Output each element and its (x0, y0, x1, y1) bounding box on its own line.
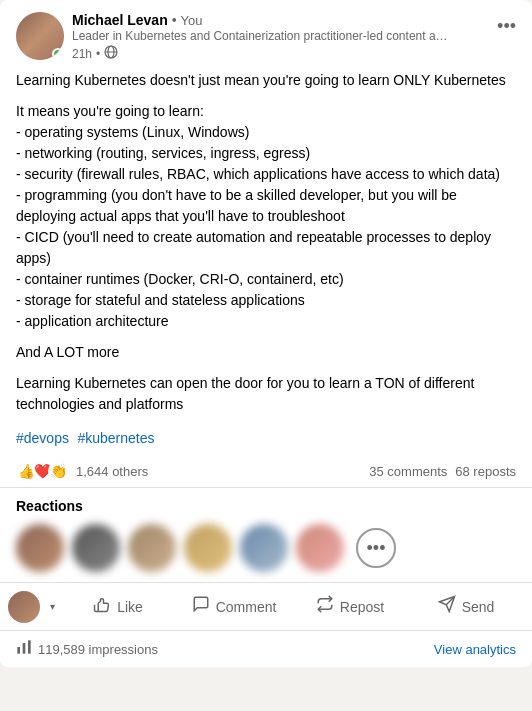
globe-icon (104, 45, 118, 62)
content-block: It means you're going to learn: - operat… (16, 101, 516, 332)
content-line11: And A LOT more (16, 342, 516, 363)
author-avatar[interactable] (16, 12, 64, 60)
post-content: Learning Kubernetes doesn't just mean yo… (0, 70, 532, 423)
content-line3: - operating systems (Linux, Windows) (16, 124, 249, 140)
hashtag-kubernetes[interactable]: #kubernetes (77, 430, 154, 446)
content-line4: - networking (routing, services, ingress… (16, 145, 310, 161)
like-button[interactable]: Like (60, 587, 176, 626)
meta-separator: • (96, 47, 100, 61)
avatar-chevron-icon[interactable]: ▾ (44, 599, 60, 615)
content-line7: - CICD (you'll need to create automation… (16, 229, 491, 266)
content-line5: - security (firewall rules, RBAC, which … (16, 166, 500, 182)
reaction-avatar-2[interactable] (72, 524, 120, 572)
svg-rect-7 (28, 640, 31, 653)
reaction-avatar-6[interactable] (296, 524, 344, 572)
you-badge: You (181, 13, 203, 28)
svg-rect-6 (23, 643, 26, 654)
impressions-bar: 119,589 impressions View analytics (0, 631, 532, 667)
content-line10: - application architecture (16, 313, 169, 329)
reactions-title: Reactions (16, 498, 516, 514)
repost-count[interactable]: 68 reposts (455, 464, 516, 479)
clap-emoji: 👏 (48, 461, 68, 481)
content-line2: It means you're going to learn: (16, 103, 204, 119)
content-line9: - storage for stateful and stateless app… (16, 292, 305, 308)
reaction-count[interactable]: 1,644 others (76, 464, 148, 479)
repost-label: Repost (340, 599, 384, 615)
author-name[interactable]: Michael Levan (72, 12, 168, 28)
hashtags: #devops #kubernetes (0, 423, 532, 455)
dot-separator: • (172, 12, 177, 28)
hashtag-devops[interactable]: #devops (16, 430, 69, 446)
reaction-avatar-3[interactable] (128, 524, 176, 572)
more-options-button[interactable]: ••• (493, 12, 520, 41)
action-bar: ▾ Like Comment (0, 583, 532, 631)
content-line6: - programming (you don't have to be a sk… (16, 187, 457, 224)
reaction-avatar-4[interactable] (184, 524, 232, 572)
comment-label: Comment (216, 599, 277, 615)
send-label: Send (462, 599, 495, 615)
post-header: Michael Levan • You Leader in Kubernetes… (0, 0, 532, 70)
online-indicator (52, 48, 64, 60)
comment-icon (192, 595, 210, 618)
post-card: Michael Levan • You Leader in Kubernetes… (0, 0, 532, 667)
more-reactions-button[interactable]: ••• (356, 528, 396, 568)
reaction-emojis: 👍 ❤️ 👏 (16, 461, 64, 481)
reactions-section: Reactions ••• (0, 488, 532, 583)
reaction-avatar-5[interactable] (240, 524, 288, 572)
author-name-row: Michael Levan • You (72, 12, 516, 28)
content-line8: - container runtimes (Docker, CRI-O, con… (16, 271, 344, 287)
repost-button[interactable]: Repost (292, 587, 408, 626)
impressions-left: 119,589 impressions (16, 639, 158, 659)
current-user-avatar (8, 591, 40, 623)
content-line12: Learning Kubernetes can open the door fo… (16, 373, 516, 415)
comment-count[interactable]: 35 comments (369, 464, 447, 479)
reactions-right: 35 comments 68 reposts (369, 464, 516, 479)
bar-chart-icon (16, 639, 32, 659)
author-info: Michael Levan • You Leader in Kubernetes… (72, 12, 516, 62)
reaction-avatar-1[interactable] (16, 524, 64, 572)
svg-rect-5 (17, 647, 20, 654)
like-icon (93, 595, 111, 618)
like-label: Like (117, 599, 143, 615)
content-line1: Learning Kubernetes doesn't just mean yo… (16, 70, 516, 91)
post-time: 21h (72, 47, 92, 61)
reactions-left: 👍 ❤️ 👏 1,644 others (16, 461, 148, 481)
repost-icon (316, 595, 334, 618)
send-button[interactable]: Send (408, 587, 524, 626)
post-meta: 21h • (72, 45, 516, 62)
impressions-count: 119,589 impressions (38, 642, 158, 657)
comment-button[interactable]: Comment (176, 587, 292, 626)
view-analytics-link[interactable]: View analytics (434, 642, 516, 657)
send-icon (438, 595, 456, 618)
reactions-avatars: ••• (16, 524, 516, 572)
reactions-bar: 👍 ❤️ 👏 1,644 others 35 comments 68 repos… (0, 455, 532, 488)
author-title: Leader in Kubernetes and Containerizatio… (72, 29, 452, 43)
